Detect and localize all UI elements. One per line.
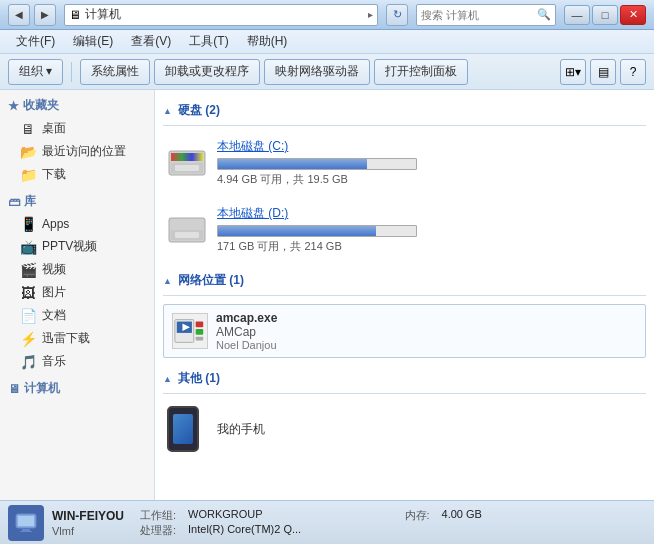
- drive-c-icon: [167, 147, 207, 179]
- svg-rect-2: [171, 153, 203, 161]
- close-button[interactable]: ✕: [620, 5, 646, 25]
- status-vlmf: Vlmf: [52, 525, 124, 537]
- thunder-icon: ⚡: [20, 331, 36, 347]
- sidebar: ★ 收藏夹 🖥 桌面 📂 最近访问的位置 📁 下载 🗃 库: [0, 90, 155, 500]
- menu-file[interactable]: 文件(F): [8, 31, 63, 52]
- pictures-icon: 🖼: [20, 285, 36, 301]
- status-computer-icon: [8, 505, 44, 541]
- other-phone-item[interactable]: 我的手机: [163, 402, 646, 456]
- sidebar-item-recent[interactable]: 📂 最近访问的位置: [0, 140, 154, 163]
- address-bar[interactable]: 🖥 计算机 ▸: [64, 4, 378, 26]
- star-icon: ★: [8, 99, 19, 113]
- phone-label: 我的手机: [217, 421, 265, 438]
- processor-value: Intel(R) Core(TM)2 Q...: [188, 523, 646, 538]
- menu-tools[interactable]: 工具(T): [181, 31, 236, 52]
- sidebar-section-library: 🗃 库 📱 Apps 📺 PPTV视频 🎬 视频 🖼 图片 📄 文档: [0, 190, 154, 373]
- address-text: 计算机: [85, 6, 364, 23]
- hard-drives-header: 硬盘 (2): [163, 98, 646, 126]
- svg-rect-11: [196, 322, 204, 328]
- forward-button[interactable]: ▶: [34, 4, 56, 26]
- control-panel-button[interactable]: 打开控制面板: [374, 59, 468, 85]
- svg-rect-12: [196, 329, 204, 335]
- view-options-button[interactable]: ⊞▾: [560, 59, 586, 85]
- sidebar-item-thunder[interactable]: ⚡ 迅雷下载: [0, 327, 154, 350]
- sidebar-header-favorites[interactable]: ★ 收藏夹: [0, 94, 154, 117]
- title-bar-left: ◀ ▶ 🖥 计算机 ▸ ↻ 🔍: [8, 4, 556, 26]
- address-computer-icon: 🖥: [69, 8, 81, 22]
- search-bar[interactable]: 🔍: [416, 4, 556, 26]
- network-name: AMCap: [216, 325, 637, 339]
- phone-screen: [173, 414, 193, 444]
- toolbar: 组织 ▾ 系统属性 卸载或更改程序 映射网络驱动器 打开控制面板 ⊞▾ ▤ ?: [0, 54, 654, 90]
- drive-c-fill: [218, 159, 367, 169]
- amcap-icon: [172, 313, 208, 349]
- video-icon: 🎬: [20, 262, 36, 278]
- music-icon: 🎵: [20, 354, 36, 370]
- sidebar-header-library[interactable]: 🗃 库: [0, 190, 154, 213]
- menu-bar: 文件(F) 编辑(E) 查看(V) 工具(T) 帮助(H): [0, 30, 654, 54]
- sidebar-item-pictures[interactable]: 🖼 图片: [0, 281, 154, 304]
- status-computer-name: WIN-FEIYOU: [52, 509, 124, 523]
- uninstall-button[interactable]: 卸载或更改程序: [154, 59, 260, 85]
- other-header: 其他 (1): [163, 366, 646, 394]
- menu-view[interactable]: 查看(V): [123, 31, 179, 52]
- maximize-button[interactable]: □: [592, 5, 618, 25]
- network-exe: amcap.exe: [216, 311, 637, 325]
- network-amcap-details: amcap.exe AMCap Noel Danjou: [216, 311, 637, 351]
- workgroup-value: WORKGROUP: [188, 508, 392, 523]
- status-info: 工作组: WORKGROUP 内存: 4.00 GB 处理器: Intel(R)…: [140, 508, 646, 538]
- recent-icon: 📂: [20, 144, 36, 160]
- title-bar: ◀ ▶ 🖥 计算机 ▸ ↻ 🔍 — □ ✕: [0, 0, 654, 30]
- memory-value: 4.00 GB: [442, 508, 646, 523]
- title-controls: — □ ✕: [564, 5, 646, 25]
- sidebar-item-music[interactable]: 🎵 音乐: [0, 350, 154, 373]
- sidebar-section-favorites: ★ 收藏夹 🖥 桌面 📂 最近访问的位置 📁 下载: [0, 94, 154, 186]
- map-drive-button[interactable]: 映射网络驱动器: [264, 59, 370, 85]
- menu-help[interactable]: 帮助(H): [239, 31, 296, 52]
- minimize-button[interactable]: —: [564, 5, 590, 25]
- drive-d-icon: [167, 214, 207, 246]
- computer-sidebar-icon: 🖥: [8, 382, 20, 396]
- sidebar-item-desktop[interactable]: 🖥 桌面: [0, 117, 154, 140]
- system-properties-button[interactable]: 系统属性: [80, 59, 150, 85]
- phone-icon: [167, 406, 199, 452]
- status-bar: WIN-FEIYOU Vlmf 工作组: WORKGROUP 内存: 4.00 …: [0, 500, 654, 544]
- workgroup-label: 工作组:: [140, 508, 176, 523]
- svg-rect-15: [18, 516, 34, 526]
- drive-d-info: 171 GB 可用，共 214 GB: [217, 239, 642, 254]
- menu-edit[interactable]: 编辑(E): [65, 31, 121, 52]
- sidebar-item-video[interactable]: 🎬 视频: [0, 258, 154, 281]
- documents-icon: 📄: [20, 308, 36, 324]
- search-icon: 🔍: [537, 8, 551, 21]
- svg-rect-16: [22, 529, 30, 531]
- content-area: 硬盘 (2): [155, 90, 654, 500]
- sidebar-section-computer: 🖥 计算机: [0, 377, 154, 400]
- network-amcap-item[interactable]: amcap.exe AMCap Noel Danjou: [163, 304, 646, 358]
- view-toggle-button[interactable]: ▤: [590, 59, 616, 85]
- drive-c-progress: [217, 158, 417, 170]
- memory-label: 内存:: [405, 508, 430, 523]
- svg-rect-4: [175, 165, 199, 171]
- downloads-icon: 📁: [20, 167, 36, 183]
- sidebar-item-apps[interactable]: 📱 Apps: [0, 213, 154, 235]
- back-button[interactable]: ◀: [8, 4, 30, 26]
- main-area: ★ 收藏夹 🖥 桌面 📂 最近访问的位置 📁 下载 🗃 库: [0, 90, 654, 500]
- sidebar-item-pptv[interactable]: 📺 PPTV视频: [0, 235, 154, 258]
- sidebar-item-downloads[interactable]: 📁 下载: [0, 163, 154, 186]
- network-header: 网络位置 (1): [163, 268, 646, 296]
- help-button[interactable]: ?: [620, 59, 646, 85]
- sidebar-header-computer[interactable]: 🖥 计算机: [0, 377, 154, 400]
- drive-d-progress: [217, 225, 417, 237]
- drive-d-details: 本地磁盘 (D:) 171 GB 可用，共 214 GB: [217, 205, 642, 254]
- drive-c-info: 4.94 GB 可用，共 19.5 GB: [217, 172, 642, 187]
- network-author: Noel Danjou: [216, 339, 637, 351]
- drive-d-name[interactable]: 本地磁盘 (D:): [217, 205, 642, 222]
- refresh-button[interactable]: ↻: [386, 4, 408, 26]
- sidebar-item-documents[interactable]: 📄 文档: [0, 304, 154, 327]
- drive-d-item[interactable]: 本地磁盘 (D:) 171 GB 可用，共 214 GB: [163, 201, 646, 258]
- organize-button[interactable]: 组织 ▾: [8, 59, 63, 85]
- svg-rect-17: [20, 531, 32, 532]
- search-input[interactable]: [421, 9, 537, 21]
- drive-c-item[interactable]: 本地磁盘 (C:) 4.94 GB 可用，共 19.5 GB: [163, 134, 646, 191]
- drive-c-name[interactable]: 本地磁盘 (C:): [217, 138, 642, 155]
